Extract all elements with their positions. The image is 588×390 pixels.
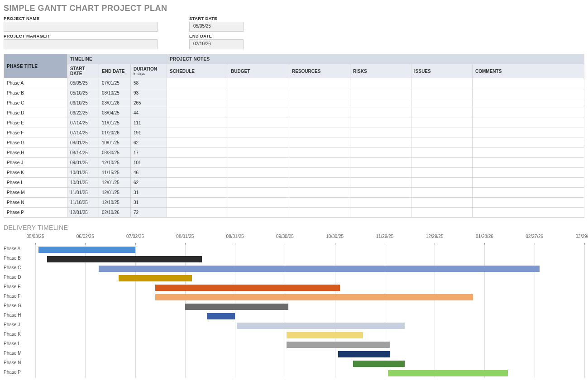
cell-resources[interactable] — [289, 128, 350, 138]
cell-duration[interactable]: 191 — [131, 128, 167, 138]
cell-duration[interactable]: 101 — [131, 158, 167, 168]
cell-end[interactable]: 03/01/26 — [99, 98, 131, 108]
cell-budget[interactable] — [228, 118, 289, 128]
cell-issues[interactable] — [411, 208, 473, 218]
cell-schedule[interactable] — [167, 108, 228, 118]
cell-end[interactable]: 10/01/25 — [99, 138, 131, 148]
cell-end[interactable]: 07/01/25 — [99, 78, 131, 88]
cell-duration[interactable]: 111 — [131, 118, 167, 128]
cell-risks[interactable] — [350, 138, 411, 148]
cell-budget[interactable] — [228, 148, 289, 158]
cell-issues[interactable] — [411, 188, 473, 198]
cell-end[interactable]: 02/10/26 — [99, 208, 131, 218]
cell-issues[interactable] — [411, 168, 473, 178]
cell-budget[interactable] — [228, 108, 289, 118]
cell-budget[interactable] — [228, 98, 289, 108]
cell-budget[interactable] — [228, 188, 289, 198]
cell-start[interactable]: 11/01/25 — [67, 188, 99, 198]
cell-budget[interactable] — [228, 178, 289, 188]
cell-schedule[interactable] — [167, 198, 228, 208]
cell-start[interactable]: 08/01/25 — [67, 138, 99, 148]
cell-phase[interactable]: Phase C — [4, 98, 67, 108]
cell-comments[interactable] — [473, 98, 584, 108]
cell-end[interactable]: 12/01/25 — [99, 178, 131, 188]
cell-start[interactable]: 05/10/25 — [67, 88, 99, 98]
cell-schedule[interactable] — [167, 168, 228, 178]
cell-issues[interactable] — [411, 148, 473, 158]
cell-duration[interactable]: 31 — [131, 188, 167, 198]
cell-resources[interactable] — [289, 108, 350, 118]
cell-schedule[interactable] — [167, 188, 228, 198]
cell-budget[interactable] — [228, 128, 289, 138]
project-manager-input[interactable] — [4, 39, 158, 49]
cell-risks[interactable] — [350, 158, 411, 168]
cell-risks[interactable] — [350, 208, 411, 218]
cell-end[interactable]: 11/01/25 — [99, 118, 131, 128]
cell-comments[interactable] — [473, 178, 584, 188]
cell-phase[interactable]: Phase D — [4, 108, 67, 118]
cell-start[interactable]: 07/14/25 — [67, 128, 99, 138]
cell-issues[interactable] — [411, 178, 473, 188]
cell-phase[interactable]: Phase J — [4, 158, 67, 168]
cell-comments[interactable] — [473, 168, 584, 178]
cell-phase[interactable]: Phase M — [4, 188, 67, 198]
cell-phase[interactable]: Phase B — [4, 88, 67, 98]
cell-comments[interactable] — [473, 208, 584, 218]
cell-duration[interactable]: 93 — [131, 88, 167, 98]
cell-comments[interactable] — [473, 128, 584, 138]
cell-resources[interactable] — [289, 208, 350, 218]
cell-duration[interactable]: 265 — [131, 98, 167, 108]
cell-risks[interactable] — [350, 88, 411, 98]
cell-risks[interactable] — [350, 168, 411, 178]
cell-comments[interactable] — [473, 118, 584, 128]
cell-schedule[interactable] — [167, 118, 228, 128]
cell-start[interactable]: 06/10/25 — [67, 98, 99, 108]
cell-budget[interactable] — [228, 138, 289, 148]
cell-budget[interactable] — [228, 198, 289, 208]
cell-comments[interactable] — [473, 78, 584, 88]
cell-comments[interactable] — [473, 138, 584, 148]
cell-resources[interactable] — [289, 118, 350, 128]
cell-budget[interactable] — [228, 78, 289, 88]
cell-end[interactable]: 12/01/25 — [99, 188, 131, 198]
cell-comments[interactable] — [473, 188, 584, 198]
cell-resources[interactable] — [289, 88, 350, 98]
cell-issues[interactable] — [411, 138, 473, 148]
cell-issues[interactable] — [411, 158, 473, 168]
cell-start[interactable]: 12/01/25 — [67, 208, 99, 218]
cell-resources[interactable] — [289, 188, 350, 198]
cell-end[interactable]: 01/20/26 — [99, 128, 131, 138]
cell-start[interactable]: 08/14/25 — [67, 148, 99, 158]
cell-issues[interactable] — [411, 98, 473, 108]
cell-risks[interactable] — [350, 118, 411, 128]
cell-issues[interactable] — [411, 198, 473, 208]
end-date-input[interactable]: 02/10/26 — [189, 39, 244, 49]
cell-start[interactable]: 05/05/25 — [67, 78, 99, 88]
cell-start[interactable]: 09/01/25 — [67, 158, 99, 168]
cell-schedule[interactable] — [167, 158, 228, 168]
cell-issues[interactable] — [411, 118, 473, 128]
cell-comments[interactable] — [473, 158, 584, 168]
cell-end[interactable]: 11/15/25 — [99, 168, 131, 178]
cell-comments[interactable] — [473, 148, 584, 158]
cell-issues[interactable] — [411, 108, 473, 118]
cell-schedule[interactable] — [167, 178, 228, 188]
cell-phase[interactable]: Phase L — [4, 178, 67, 188]
cell-phase[interactable]: Phase A — [4, 78, 67, 88]
cell-duration[interactable]: 17 — [131, 148, 167, 158]
cell-issues[interactable] — [411, 128, 473, 138]
cell-duration[interactable]: 62 — [131, 138, 167, 148]
cell-end[interactable]: 08/04/25 — [99, 108, 131, 118]
cell-schedule[interactable] — [167, 98, 228, 108]
cell-risks[interactable] — [350, 148, 411, 158]
cell-risks[interactable] — [350, 128, 411, 138]
cell-start[interactable]: 10/01/25 — [67, 178, 99, 188]
cell-phase[interactable]: Phase K — [4, 168, 67, 178]
cell-risks[interactable] — [350, 78, 411, 88]
cell-issues[interactable] — [411, 78, 473, 88]
cell-end[interactable]: 08/30/25 — [99, 148, 131, 158]
cell-issues[interactable] — [411, 88, 473, 98]
cell-start[interactable]: 06/22/25 — [67, 108, 99, 118]
cell-resources[interactable] — [289, 138, 350, 148]
cell-budget[interactable] — [228, 88, 289, 98]
